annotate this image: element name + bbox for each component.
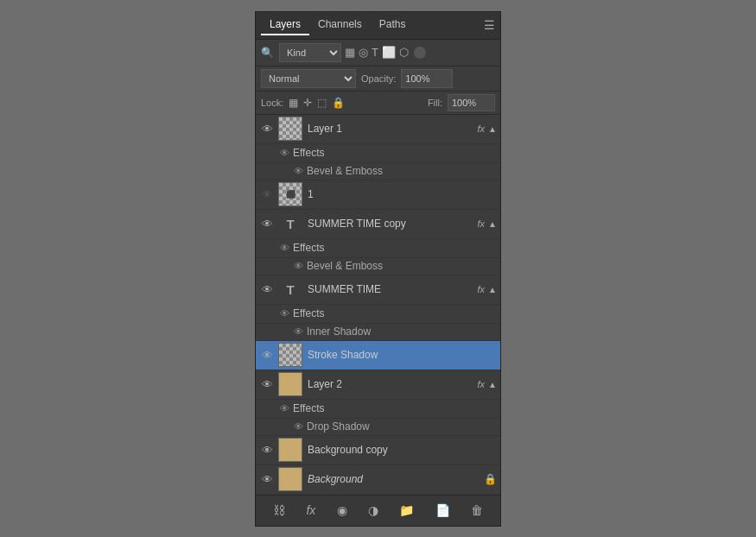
- add-adjustment-button[interactable]: ◑: [364, 502, 383, 519]
- layer-thumbnail: [278, 467, 302, 491]
- layer-thumbnail: [278, 372, 302, 396]
- bevel-emboss-label: Bevel & Emboss: [307, 260, 497, 272]
- opacity-label: Opacity:: [361, 73, 396, 84]
- layer-thumbnail: [278, 438, 302, 462]
- visibility-icon[interactable]: 👁: [259, 283, 275, 296]
- opacity-input[interactable]: [401, 69, 453, 88]
- fx-badge[interactable]: fx: [478, 123, 486, 134]
- pixel-filter-icon[interactable]: ▦: [345, 46, 355, 59]
- collapse-icon[interactable]: ▲: [488, 285, 497, 294]
- layer-thumbnail: [278, 343, 302, 367]
- visibility-icon[interactable]: 👁: [259, 218, 275, 231]
- fx-badge[interactable]: fx: [478, 284, 486, 294]
- type-filter-icon[interactable]: T: [372, 46, 378, 59]
- lock-pixels-icon[interactable]: ▦: [289, 97, 298, 109]
- layer-row[interactable]: 👁 Background copy: [256, 436, 500, 465]
- bevel-emboss-row2[interactable]: 👁 Bevel & Emboss: [256, 258, 500, 275]
- effects-eye-icon[interactable]: 👁: [280, 243, 289, 253]
- layer-name: 1: [308, 188, 497, 200]
- layer-row[interactable]: 👁 Stroke Shadow: [256, 341, 500, 370]
- inner-shadow-eye-icon[interactable]: 👁: [294, 326, 303, 337]
- visibility-icon[interactable]: 👁: [259, 188, 275, 201]
- effects-row[interactable]: 👁 Effects: [256, 144, 500, 163]
- collapse-icon[interactable]: ▲: [488, 380, 497, 389]
- layer-thumbnail: [278, 117, 302, 141]
- layer-row[interactable]: 👁 Layer 2 fx ▲: [256, 370, 500, 400]
- effects-row[interactable]: 👁 Effects: [256, 239, 500, 258]
- panel-menu-icon[interactable]: ☰: [484, 18, 495, 32]
- layer-name: Background: [308, 473, 484, 485]
- drop-shadow-row[interactable]: 👁 Drop Shadow: [256, 419, 500, 436]
- tab-layers[interactable]: Layers: [261, 15, 309, 35]
- fill-input[interactable]: [448, 94, 495, 111]
- add-fx-button[interactable]: fx: [302, 502, 320, 519]
- add-fill-button[interactable]: ◉: [333, 502, 352, 519]
- lock-all-icon[interactable]: 🔒: [332, 97, 345, 109]
- drop-shadow-eye-icon[interactable]: 👁: [294, 421, 303, 432]
- visibility-icon[interactable]: 👁: [259, 444, 275, 457]
- layers-panel: Layers Channels Paths ☰ 🔍 Kind ▦ ◎ T ⬜ ⬡…: [255, 11, 501, 527]
- new-layer-button[interactable]: 📄: [431, 502, 454, 519]
- layer-thumbnail: T: [278, 277, 302, 301]
- effects-eye-icon[interactable]: 👁: [280, 308, 289, 319]
- collapse-icon[interactable]: ▲: [488, 124, 497, 134]
- delete-layer-button[interactable]: 🗑: [467, 502, 487, 519]
- bevel-emboss-label: Bevel & Emboss: [307, 165, 497, 177]
- fill-label: Fill:: [428, 98, 442, 108]
- inner-shadow-label: Inner Shadow: [307, 325, 497, 338]
- fx-badge[interactable]: fx: [478, 218, 486, 229]
- bevel-eye-icon[interactable]: 👁: [294, 166, 303, 176]
- blend-mode-select[interactable]: Normal: [261, 69, 356, 88]
- inner-shadow-row[interactable]: 👁 Inner Shadow: [256, 324, 500, 341]
- effects-row[interactable]: 👁 Effects: [256, 305, 500, 324]
- effects-label: Effects: [293, 147, 497, 159]
- tab-bar: Layers Channels Paths ☰: [256, 12, 500, 40]
- drop-shadow-label: Drop Shadow: [307, 420, 497, 433]
- link-layers-button[interactable]: ⛓: [269, 502, 289, 519]
- layers-list: 👁 Layer 1 fx ▲ 👁 Effects 👁 Bevel & Embos…: [256, 115, 500, 495]
- effects-label: Effects: [293, 402, 497, 414]
- bottom-toolbar: ⛓ fx ◉ ◑ 📁 📄 🗑: [256, 495, 500, 526]
- layer-row[interactable]: 👁 T SUMMER TIME fx ▲: [256, 275, 500, 305]
- layer-lock-icon: 🔒: [484, 473, 497, 485]
- lock-row: Lock: ▦ ✛ ⬚ 🔒 Fill:: [256, 92, 500, 115]
- filter-toggle-icon[interactable]: [414, 47, 426, 59]
- layer-name: Layer 2: [308, 378, 478, 390]
- visibility-icon[interactable]: 👁: [259, 349, 275, 362]
- effects-label: Effects: [293, 307, 497, 319]
- add-group-button[interactable]: 📁: [395, 502, 418, 519]
- layer-thumbnail: ⬛: [278, 182, 302, 206]
- effects-label: Effects: [293, 242, 497, 254]
- search-icon: 🔍: [261, 47, 274, 59]
- layer-name: Layer 1: [308, 123, 478, 135]
- lock-label: Lock:: [261, 98, 283, 108]
- layer-row[interactable]: 👁 Layer 1 fx ▲: [256, 115, 500, 144]
- visibility-icon[interactable]: 👁: [259, 378, 275, 391]
- bevel-eye-icon[interactable]: 👁: [294, 261, 303, 271]
- effects-eye-icon[interactable]: 👁: [280, 148, 289, 158]
- smartobj-filter-icon[interactable]: ⬡: [399, 46, 409, 59]
- visibility-icon[interactable]: 👁: [259, 123, 275, 136]
- collapse-icon[interactable]: ▲: [488, 219, 497, 229]
- filter-row: 🔍 Kind ▦ ◎ T ⬜ ⬡: [256, 40, 500, 66]
- layer-name: SUMMER TIME: [308, 283, 478, 295]
- layer-row[interactable]: 👁 ⬛ 1: [256, 180, 500, 210]
- layer-name: Background copy: [308, 444, 497, 456]
- shape-filter-icon[interactable]: ⬜: [382, 46, 396, 59]
- lock-artboard-icon[interactable]: ⬚: [317, 97, 327, 109]
- layer-name: Stroke Shadow: [308, 349, 497, 361]
- tab-channels[interactable]: Channels: [309, 15, 371, 35]
- lock-position-icon[interactable]: ✛: [303, 97, 312, 109]
- visibility-icon[interactable]: 👁: [259, 473, 275, 486]
- layer-row[interactable]: 👁 T SUMMER TIME copy fx ▲: [256, 210, 500, 239]
- effects-eye-icon[interactable]: 👁: [280, 403, 289, 414]
- bevel-emboss-row[interactable]: 👁 Bevel & Emboss: [256, 163, 500, 180]
- layer-thumbnail: T: [278, 212, 302, 236]
- adjustment-filter-icon[interactable]: ◎: [359, 46, 368, 59]
- blend-opacity-row: Normal Opacity:: [256, 66, 500, 92]
- fx-badge[interactable]: fx: [478, 379, 486, 389]
- layer-row[interactable]: 👁 Background 🔒: [256, 465, 500, 495]
- kind-filter-select[interactable]: Kind: [279, 43, 341, 62]
- tab-paths[interactable]: Paths: [371, 15, 415, 35]
- effects-row[interactable]: 👁 Effects: [256, 400, 500, 419]
